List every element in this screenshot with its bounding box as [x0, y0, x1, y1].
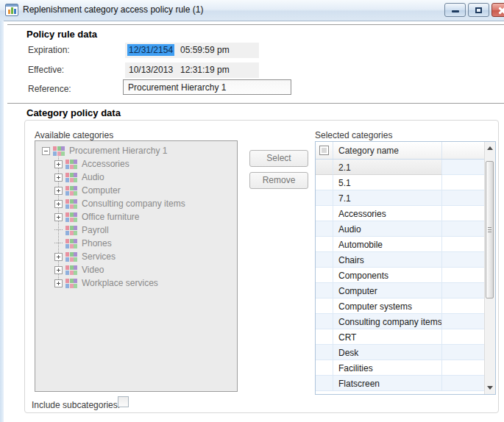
category-name-cell[interactable]: Audio: [333, 221, 442, 237]
remove-button[interactable]: Remove: [249, 172, 308, 189]
grid-vertical-scrollbar[interactable]: [484, 142, 495, 394]
category-name-column-header[interactable]: Category name: [333, 142, 442, 159]
category-icon: [65, 186, 77, 196]
tree-item-accessories[interactable]: Accessories: [54, 157, 237, 171]
grid-row-flatscreen[interactable]: Flatscreen: [316, 376, 484, 391]
select-all-checkbox[interactable]: [319, 146, 329, 155]
tree-item-consulting-company-items[interactable]: Consulting company items: [54, 197, 237, 210]
expiration-time-input[interactable]: 05:59:59 pm: [180, 45, 230, 55]
empty-cell: [442, 160, 484, 175]
available-categories-tree[interactable]: Procurement Hierarchy 1 AccessoriesAudio…: [35, 140, 238, 392]
grid-row-audio[interactable]: Audio: [316, 221, 484, 237]
category-tree-children: AccessoriesAudioComputerConsulting compa…: [35, 157, 237, 290]
tree-item-root[interactable]: Procurement Hierarchy 1: [42, 144, 237, 157]
category-icon: [65, 252, 77, 262]
tree-connector-stub: [54, 229, 63, 231]
category-name-cell[interactable]: CRT: [333, 329, 442, 345]
minimize-button[interactable]: [444, 3, 466, 17]
category-name-cell[interactable]: Automobile: [333, 237, 442, 252]
expand-plus-icon[interactable]: [54, 174, 63, 182]
category-name-cell[interactable]: Facilities: [333, 360, 442, 376]
row-checkbox-cell[interactable]: [316, 376, 333, 391]
category-icon: [53, 146, 65, 156]
category-icon: [65, 226, 77, 235]
close-button[interactable]: [491, 3, 504, 17]
row-checkbox-cell[interactable]: [316, 329, 333, 345]
category-name-cell[interactable]: Computer: [333, 283, 442, 298]
row-checkbox-cell[interactable]: [316, 268, 333, 283]
row-checkbox-cell[interactable]: [316, 206, 333, 221]
grid-row-chairs[interactable]: Chairs: [316, 252, 484, 268]
empty-cell: [442, 329, 484, 345]
scroll-down-button[interactable]: [485, 382, 495, 394]
category-name-cell[interactable]: Computer systems: [333, 298, 442, 314]
maximize-button[interactable]: [468, 3, 489, 17]
include-subcategories-label: Include subcategories:: [32, 400, 120, 410]
grid-row-crt[interactable]: CRT: [316, 329, 484, 345]
category-name-cell[interactable]: Accessories: [333, 206, 442, 221]
selected-grid-rows: 2.15.17.1AccessoriesAudioAutomobileChair…: [316, 160, 484, 394]
row-checkbox-cell[interactable]: [316, 360, 333, 376]
tree-item-label: Services: [82, 251, 116, 262]
row-checkbox-cell[interactable]: [316, 345, 333, 360]
grid-row-consulting-company-items[interactable]: Consulting company items: [316, 314, 484, 329]
grid-row-desk[interactable]: Desk: [316, 345, 484, 360]
row-checkbox-cell[interactable]: [316, 221, 333, 237]
tree-item-computer[interactable]: Computer: [54, 184, 237, 197]
expand-plus-icon[interactable]: [54, 160, 63, 168]
grid-row-components[interactable]: Components: [316, 268, 484, 283]
row-checkbox-cell[interactable]: [316, 237, 333, 252]
empty-column-header: [442, 142, 484, 159]
category-name-cell[interactable]: Components: [333, 268, 442, 283]
grid-row-2-1[interactable]: 2.1: [316, 160, 484, 175]
expand-plus-icon[interactable]: [54, 253, 63, 261]
category-name-cell[interactable]: Consulting company items: [333, 314, 442, 329]
row-checkbox-cell[interactable]: [316, 160, 333, 175]
expand-plus-icon[interactable]: [54, 213, 63, 221]
empty-cell: [442, 252, 484, 268]
row-checkbox-cell[interactable]: [316, 283, 333, 298]
tree-item-office-furniture[interactable]: Office furniture: [54, 210, 237, 223]
expand-plus-icon[interactable]: [54, 187, 63, 195]
row-checkbox-cell[interactable]: [316, 314, 333, 329]
category-name-cell[interactable]: Desk: [333, 345, 442, 360]
expand-plus-icon[interactable]: [54, 279, 63, 287]
collapse-minus-icon[interactable]: [42, 147, 50, 155]
include-subcategories-checkbox[interactable]: [118, 396, 129, 407]
grid-row-accessories[interactable]: Accessories: [316, 206, 484, 221]
expiration-date-input[interactable]: 12/31/2154: [127, 44, 174, 56]
category-name-cell[interactable]: 5.1: [333, 175, 442, 190]
row-checkbox-cell[interactable]: [316, 298, 333, 314]
tree-item-audio[interactable]: Audio: [54, 171, 237, 184]
effective-time-input[interactable]: 12:31:19 pm: [180, 65, 230, 75]
grid-row-automobile[interactable]: Automobile: [316, 237, 484, 252]
tree-item-video[interactable]: Video: [54, 263, 237, 276]
grid-row-5-1[interactable]: 5.1: [316, 175, 484, 190]
grid-row-facilities[interactable]: Facilities: [316, 360, 484, 376]
category-name-cell[interactable]: Chairs: [333, 252, 442, 268]
select-button[interactable]: Select: [249, 150, 308, 167]
grid-header-row: Category name: [316, 142, 484, 160]
grid-row-computer[interactable]: Computer: [316, 283, 484, 298]
tree-item-payroll[interactable]: Payroll: [54, 223, 237, 237]
row-checkbox-cell[interactable]: [316, 190, 333, 206]
effective-date-input[interactable]: 10/13/2013: [127, 64, 174, 76]
reference-input[interactable]: Procurement Hierarchy 1: [123, 79, 291, 95]
grid-row-7-1[interactable]: 7.1: [316, 190, 484, 206]
tree-item-phones[interactable]: Phones: [54, 237, 237, 250]
minimize-icon: [452, 10, 459, 12]
tree-item-workplace-services[interactable]: Workplace services: [54, 276, 237, 290]
grid-row-computer-systems[interactable]: Computer systems: [316, 298, 484, 314]
category-name-cell[interactable]: 2.1: [333, 160, 442, 175]
expand-plus-icon[interactable]: [54, 200, 63, 208]
scroll-up-button[interactable]: [485, 142, 495, 154]
category-name-cell[interactable]: Flatscreen: [333, 376, 442, 391]
row-checkbox-cell[interactable]: [316, 252, 333, 268]
category-name-cell[interactable]: 7.1: [333, 190, 442, 206]
empty-cell: [442, 283, 484, 298]
titlebar: Replenishment category access policy rul…: [0, 0, 504, 21]
tree-item-services[interactable]: Services: [54, 250, 237, 263]
row-checkbox-cell[interactable]: [316, 175, 333, 190]
expand-plus-icon[interactable]: [54, 266, 63, 274]
scrollbar-thumb[interactable]: [486, 161, 494, 298]
